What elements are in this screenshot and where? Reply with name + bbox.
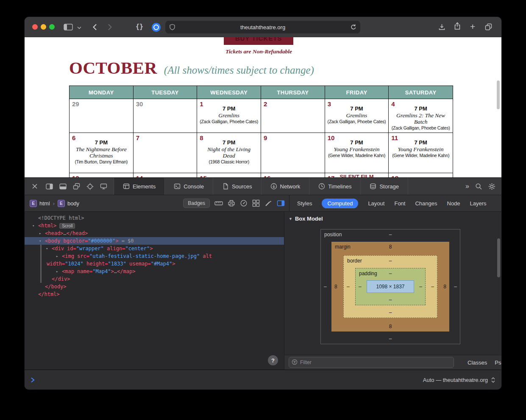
console-prompt-icon[interactable]	[31, 377, 35, 383]
position-top-value[interactable]: –	[389, 232, 392, 238]
dock-bottom-icon[interactable]	[57, 181, 69, 192]
tab-label: Timelines	[328, 183, 351, 190]
border-top-value[interactable]: –	[389, 258, 392, 264]
undock-window-icon[interactable]	[70, 181, 82, 192]
calendar-date: 8	[200, 134, 203, 141]
border-left-value[interactable]: –	[347, 284, 350, 290]
tab-layers[interactable]: Layers	[470, 200, 487, 207]
details-sidebar-toggle-icon[interactable]	[277, 199, 285, 207]
breadcrumb-item-body[interactable]: E body	[58, 200, 79, 207]
close-window-button[interactable]	[32, 24, 38, 30]
tab-storage[interactable]: Storage	[360, 178, 408, 195]
tab-node[interactable]: Node	[447, 200, 460, 207]
grid-overlay-icon[interactable]	[252, 199, 260, 207]
page-scrollbar[interactable]	[497, 80, 500, 109]
dom-node-line[interactable]: ▾<div id="wrapper" align="center">	[25, 245, 284, 252]
execution-context-selector[interactable]: Auto — theutahtheatre.org	[423, 377, 495, 383]
dom-node-line[interactable]: </html>	[25, 290, 284, 298]
close-inspector-icon[interactable]	[29, 181, 41, 192]
tab-styles[interactable]: Styles	[297, 200, 312, 207]
margin-right-value[interactable]: 8	[443, 284, 446, 290]
disclosure-triangle-icon[interactable]: ▾	[32, 222, 34, 229]
disclosure-triangle-icon[interactable]: ▾	[39, 237, 41, 245]
padding-top-value[interactable]: –	[389, 271, 392, 276]
downloads-icon[interactable]	[438, 23, 445, 30]
title-bar: {} theutahtheatre.org +	[25, 17, 501, 38]
buy-tickets-button[interactable]: BUY TICKETS	[224, 37, 293, 45]
sidebar-toggle-button[interactable]	[64, 24, 73, 30]
dom-node-line[interactable]: ▸<map name="Map4">…</map>	[25, 268, 284, 275]
dock-side-icon[interactable]	[43, 181, 55, 192]
padding-bottom-value[interactable]: –	[389, 297, 392, 303]
tab-elements[interactable]: Elements	[114, 178, 164, 195]
pseudo-button[interactable]: Pseudo	[495, 359, 501, 366]
help-button[interactable]: ?	[268, 355, 278, 365]
dom-node-line[interactable]: </body>	[25, 283, 284, 290]
non-refundable-note: Tickets are Non-Refundable	[25, 48, 493, 55]
tab-layout[interactable]: Layout	[368, 200, 384, 207]
more-tabs-icon[interactable]: »	[465, 182, 469, 190]
tab-timelines[interactable]: Timelines	[309, 178, 360, 195]
extension-icon[interactable]	[152, 23, 161, 32]
ruler-icon[interactable]	[214, 199, 223, 207]
reload-icon[interactable]	[350, 24, 357, 30]
address-bar[interactable]: theutahtheatre.org	[165, 21, 360, 33]
forward-button[interactable]	[108, 24, 112, 30]
device-settings-icon[interactable]	[97, 181, 109, 192]
filter-input[interactable]	[289, 357, 454, 368]
dom-node-line[interactable]: ▸<img src="utah-festival-static-home-pag…	[25, 252, 284, 260]
show-title: Young Frankenstein	[325, 146, 389, 152]
shield-icon[interactable]	[169, 24, 175, 30]
margin-bottom-value[interactable]: 8	[389, 323, 392, 329]
tab-font[interactable]: Font	[394, 200, 405, 207]
margin-left-value[interactable]: 8	[334, 284, 337, 290]
panel-scrollbar[interactable]	[497, 238, 500, 277]
disclosure-triangle-icon[interactable]: ▸	[56, 268, 58, 275]
dom-node-line[interactable]: ▾<html>Scroll	[25, 222, 284, 229]
inspect-element-target-icon[interactable]	[84, 181, 96, 192]
braces-extension-icon[interactable]: {}	[136, 23, 143, 30]
printer-icon[interactable]	[228, 199, 235, 207]
border-bottom-value[interactable]: –	[389, 309, 392, 315]
tab-console[interactable]: Console	[164, 178, 213, 195]
position-left-value[interactable]: –	[324, 284, 327, 290]
edit-pencil-icon[interactable]	[264, 199, 272, 207]
tab-overview-icon[interactable]	[485, 23, 492, 30]
compass-icon[interactable]	[240, 199, 248, 207]
dom-node-line[interactable]: </div>	[25, 275, 284, 283]
section-disclosure-icon[interactable]: ▼	[289, 217, 292, 221]
calendar-week-row: 67 PMThe Nightmare Before Christmas(Tim …	[70, 133, 453, 173]
position-bottom-value[interactable]: –	[389, 336, 392, 342]
search-icon[interactable]	[475, 183, 482, 190]
tab-network[interactable]: Network	[261, 178, 309, 195]
breadcrumb-item-html[interactable]: E html	[30, 200, 50, 207]
sidebar-chevron-icon[interactable]	[77, 26, 81, 29]
dom-node-line[interactable]: ▾<body bgcolor="#000000"> = $0	[25, 237, 284, 245]
zoom-window-button[interactable]	[49, 24, 55, 30]
badges-button[interactable]: Badges	[183, 199, 210, 208]
share-icon[interactable]	[454, 22, 461, 30]
classes-button[interactable]: Classes	[468, 359, 487, 366]
tab-changes[interactable]: Changes	[415, 200, 437, 207]
tab-computed[interactable]: Computed	[322, 199, 358, 208]
disclosure-triangle-icon[interactable]: ▸	[56, 252, 58, 260]
back-button[interactable]	[92, 24, 97, 30]
position-right-value[interactable]: –	[454, 284, 457, 290]
border-right-value[interactable]: –	[431, 284, 434, 290]
minimize-window-button[interactable]	[41, 24, 46, 30]
calendar-date: 7	[136, 134, 139, 141]
new-tab-button[interactable]: +	[470, 22, 475, 31]
dom-node-line[interactable]: ▸<head>…</head>	[25, 229, 284, 237]
dom-node-line[interactable]: width="1024" height="1833" usemap="#Map4…	[25, 260, 284, 268]
padding-left-value[interactable]: –	[359, 284, 362, 290]
box-model-content-size[interactable]: 1098 × 1837	[367, 280, 414, 293]
disclosure-triangle-icon[interactable]: ▸	[39, 229, 41, 237]
tab-sources[interactable]: Sources	[213, 178, 261, 195]
dom-node-line[interactable]: <!DOCTYPE html>	[25, 214, 284, 222]
settings-gear-icon[interactable]	[488, 183, 495, 190]
show-credit: (1968 Classic Horror)	[197, 159, 261, 164]
calendar-header: THURSDAY	[261, 86, 325, 99]
margin-top-value[interactable]: 8	[389, 244, 392, 250]
padding-right-value[interactable]: –	[419, 284, 422, 290]
disclosure-triangle-icon[interactable]: ▾	[46, 245, 48, 252]
